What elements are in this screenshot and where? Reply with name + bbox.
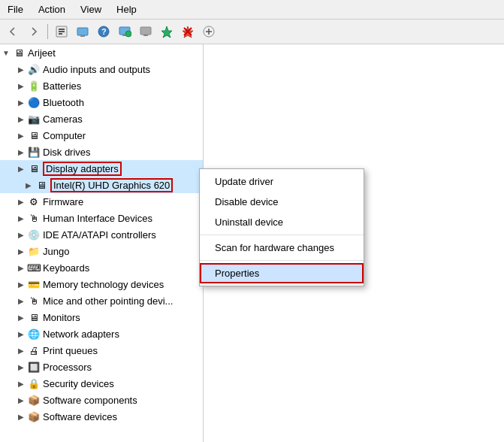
tree-item-cameras[interactable]: ▶📷Cameras <box>0 110 203 127</box>
expand-batteries: ▶ <box>15 80 27 92</box>
tree-item-intel[interactable]: ▶🖥Intel(R) UHD Graphics 620 <box>0 177 203 193</box>
icon-softwaredev: 📦 <box>27 410 41 423</box>
icon-displayadapters: 🖥 <box>27 162 41 175</box>
expand-processors: ▶ <box>15 361 27 373</box>
icon-print: 🖨 <box>27 344 41 357</box>
tree-item-ide[interactable]: ▶💿IDE ATA/ATAPI controllers <box>0 226 203 243</box>
svg-rect-12 <box>143 35 148 36</box>
label-softwarecomp: Software components <box>43 395 137 406</box>
expand-ide: ▶ <box>15 229 27 241</box>
icon-network: 🌐 <box>27 327 41 341</box>
svg-rect-2 <box>59 31 65 32</box>
label-network: Network adapters <box>43 328 119 340</box>
back-button[interactable] <box>3 22 23 41</box>
context-menu-item-uninstall-device[interactable]: Uninstall device <box>200 212 364 232</box>
monitor-button[interactable] <box>115 22 134 41</box>
label-memory: Memory technology devices <box>43 279 164 290</box>
computer-icon: 🖥 <box>12 46 26 59</box>
context-menu: Update driverDisable deviceUninstall dev… <box>199 168 364 286</box>
tree-root[interactable]: ▼ 🖥 Arijeet <box>0 44 203 61</box>
expand-computer: ▶ <box>15 129 27 141</box>
icon-audio: 🔊 <box>27 62 41 76</box>
pin-button[interactable] <box>157 22 177 41</box>
tree-item-hid[interactable]: ▶🖱Human Interface Devices <box>0 210 203 226</box>
tree-item-batteries[interactable]: ▶🔋Batteries <box>0 77 203 94</box>
expand-hid: ▶ <box>15 212 27 224</box>
tree-item-softwaredev[interactable]: ▶📦Software devices <box>0 408 203 425</box>
expand-keyboards: ▶ <box>15 262 27 274</box>
label-audio: Audio inputs and outputs <box>43 64 150 75</box>
svg-rect-1 <box>59 29 65 30</box>
menu-view[interactable]: View <box>73 2 109 17</box>
expand-intel: ▶ <box>23 179 35 191</box>
display-button[interactable] <box>136 22 155 41</box>
svg-rect-5 <box>80 35 85 37</box>
tree-item-monitors[interactable]: ▶🖥Monitors <box>0 309 203 325</box>
context-menu-item-scan-hardware[interactable]: Scan for hardware changes <box>200 238 364 258</box>
expand-print: ▶ <box>15 344 27 356</box>
svg-marker-13 <box>161 26 172 38</box>
tree-item-print[interactable]: ▶🖨Print queues <box>0 342 203 359</box>
icon-jungo: 📁 <box>27 244 41 258</box>
menu-file[interactable]: File <box>0 2 31 17</box>
expand-memory: ▶ <box>15 278 27 290</box>
context-menu-item-properties[interactable]: Properties <box>200 263 364 283</box>
tree-item-memory[interactable]: ▶💳Memory technology devices <box>0 276 203 292</box>
toolbar: ? <box>0 20 504 44</box>
label-processors: Processors <box>43 362 92 373</box>
device-tree[interactable]: ▼ 🖥 Arijeet ▶🔊Audio inputs and outputs▶🔋… <box>0 44 204 442</box>
svg-rect-4 <box>77 28 88 35</box>
icon-processors: 🔲 <box>27 360 41 374</box>
label-jungo: Jungo <box>43 246 69 257</box>
icon-hid: 🖱 <box>27 211 41 225</box>
context-menu-sep-sep2 <box>200 260 364 261</box>
context-menu-sep-sep1 <box>200 235 364 235</box>
label-batteries: Batteries <box>43 80 81 92</box>
label-bluetooth: Bluetooth <box>43 97 84 108</box>
tree-item-computer[interactable]: ▶🖥Computer <box>0 127 203 144</box>
tree-item-bluetooth[interactable]: ▶🔵Bluetooth <box>0 94 203 110</box>
label-mice: Mice and other pointing devi... <box>43 295 173 307</box>
context-menu-item-update-driver[interactable]: Update driver <box>200 171 364 192</box>
toolbar-sep-1 <box>47 24 48 39</box>
properties-button[interactable] <box>52 22 71 41</box>
menu-help[interactable]: Help <box>109 2 144 17</box>
label-displayadapters: Display adapters <box>43 162 122 176</box>
tree-item-network[interactable]: ▶🌐Network adapters <box>0 325 203 342</box>
expand-softwarecomp: ▶ <box>15 394 27 406</box>
remove-button[interactable] <box>178 22 198 41</box>
svg-rect-3 <box>59 33 62 35</box>
context-menu-item-disable-device[interactable]: Disable device <box>200 192 364 212</box>
icon-memory: 💳 <box>27 277 41 291</box>
icon-diskdrives: 💾 <box>27 145 41 159</box>
expand-mice: ▶ <box>15 295 27 307</box>
tree-item-mice[interactable]: ▶🖱Mice and other pointing devi... <box>0 292 203 309</box>
label-print: Print queues <box>43 345 98 356</box>
menu-action[interactable]: Action <box>31 2 73 17</box>
tree-item-softwarecomp[interactable]: ▶📦Software components <box>0 392 203 408</box>
forward-button[interactable] <box>24 22 44 41</box>
label-security: Security devices <box>43 378 114 389</box>
tree-item-diskdrives[interactable]: ▶💾Disk drives <box>0 144 203 160</box>
add-button[interactable] <box>199 22 219 41</box>
help-button[interactable]: ? <box>94 22 113 41</box>
tree-item-audio[interactable]: ▶🔊Audio inputs and outputs <box>0 61 203 77</box>
svg-point-10 <box>125 31 131 37</box>
expand-displayadapters: ▶ <box>15 162 27 174</box>
expand-softwaredev: ▶ <box>15 410 27 422</box>
icon-ide: 💿 <box>27 228 41 241</box>
icon-mice: 🖱 <box>27 294 41 307</box>
expand-network: ▶ <box>15 328 27 340</box>
tree-item-firmware[interactable]: ▶⚙Firmware <box>0 193 203 210</box>
tree-item-jungo[interactable]: ▶📁Jungo <box>0 243 203 259</box>
tree-item-displayadapters[interactable]: ▶🖥Display adapters <box>0 160 203 177</box>
icon-computer: 🖥 <box>27 129 41 142</box>
device-manager-button[interactable] <box>73 22 92 41</box>
icon-firmware: ⚙ <box>27 195 41 208</box>
root-label: Arijeet <box>28 47 56 59</box>
tree-items: ▶🔊Audio inputs and outputs▶🔋Batteries▶🔵B… <box>0 61 203 425</box>
root-expand-icon: ▼ <box>0 47 12 59</box>
tree-item-processors[interactable]: ▶🔲Processors <box>0 359 203 375</box>
tree-item-security[interactable]: ▶🔒Security devices <box>0 375 203 392</box>
tree-item-keyboards[interactable]: ▶⌨Keyboards <box>0 259 203 276</box>
